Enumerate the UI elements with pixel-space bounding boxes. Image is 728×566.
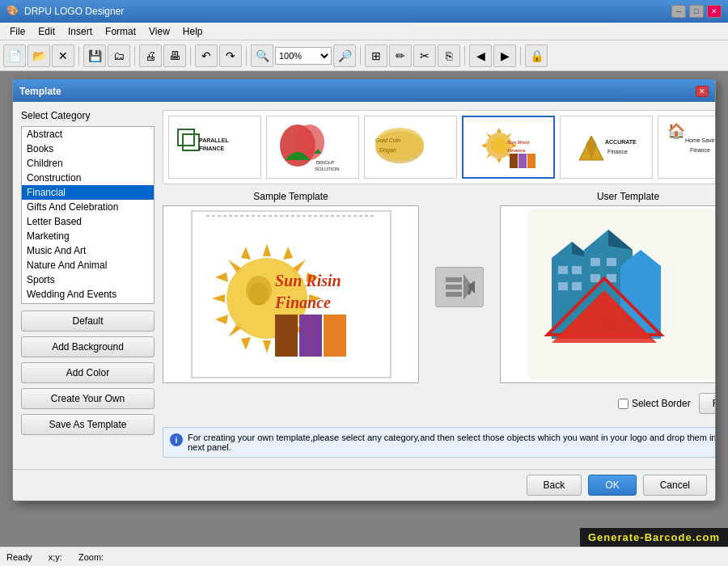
svg-text:Sun Risin: Sun Risin — [507, 140, 530, 145]
redo-button[interactable]: ↷ — [219, 44, 242, 67]
undo-button[interactable]: ↶ — [195, 44, 218, 67]
menu-help[interactable]: Help — [176, 24, 210, 39]
category-books[interactable]: Books — [22, 142, 154, 156]
category-user-defined[interactable]: User Defined — [22, 302, 154, 304]
zoom-combo[interactable]: 100% 75% 150% — [275, 47, 332, 65]
dialog-close-button[interactable]: ✕ — [696, 86, 709, 97]
template-areas-row: Sample Template — [163, 191, 716, 383]
add-background-button[interactable]: Add Background — [21, 336, 154, 357]
sample-canvas[interactable]: Sun Risin Finance — [163, 205, 419, 383]
svg-rect-68 — [446, 277, 462, 282]
svg-text:Gold Coin: Gold Coin — [375, 137, 400, 143]
add-color-button[interactable]: Add Color — [21, 362, 154, 383]
close-button[interactable]: ✕ — [707, 5, 722, 18]
template-thumb-1[interactable]: PARALLEL FINANCE — [168, 116, 261, 179]
user-label: User Template — [500, 191, 716, 202]
template-thumb-2[interactable]: BRIGHT SOLUTION — [266, 116, 359, 179]
sep6 — [464, 46, 465, 65]
print-preview-button[interactable]: 🖨 — [139, 44, 162, 67]
svg-rect-82 — [572, 282, 582, 290]
template-thumb-5[interactable]: ACCURATE Finance — [560, 116, 653, 179]
svg-rect-83 — [590, 258, 600, 266]
close-doc-button[interactable]: ✕ — [52, 44, 74, 67]
menu-format[interactable]: Format — [99, 24, 142, 39]
edit-button[interactable]: ✏ — [389, 44, 412, 67]
dialog-actions: Back OK Cancel — [13, 469, 715, 501]
template-thumb-6[interactable]: 🏠 Home Savings Finance — [658, 116, 716, 179]
toolbar: 📄 📂 ✕ 💾 🗂 🖨 🖶 ↶ ↷ 🔍 100% 75% 150% 🔎 ⊞ ✏ … — [0, 40, 728, 71]
dialog-overlay: Template ✕ Select Category Abstract Book… — [0, 71, 728, 547]
cancel-button[interactable]: Cancel — [643, 475, 707, 496]
category-music-art[interactable]: Music And Art — [22, 243, 154, 258]
category-nature[interactable]: Nature And Animal — [22, 258, 154, 272]
svg-point-61 — [246, 276, 272, 305]
select-border-label: Select Border — [632, 398, 691, 409]
category-construction[interactable]: Construction — [22, 171, 154, 185]
title-bar-text: DRPU LOGO Designer — [24, 6, 671, 17]
user-canvas[interactable] — [500, 205, 716, 383]
copy-button[interactable]: ⎘ — [438, 44, 460, 67]
svg-rect-69 — [446, 285, 462, 289]
svg-rect-81 — [558, 282, 568, 290]
category-panel: Select Category Abstract Books Children … — [21, 110, 154, 461]
zoom-in-button[interactable]: 🔍 — [251, 44, 273, 67]
svg-text:Finance: Finance — [274, 294, 331, 311]
menu-file[interactable]: File — [3, 24, 32, 39]
template-thumb-3[interactable]: Gold Coin Slogan — [364, 116, 457, 179]
svg-rect-31 — [563, 120, 650, 175]
menu-view[interactable]: View — [142, 24, 176, 39]
svg-point-12 — [375, 128, 424, 160]
svg-rect-65 — [299, 315, 322, 357]
save-button[interactable]: 💾 — [83, 44, 106, 67]
svg-text:Slogan: Slogan — [379, 147, 396, 154]
transfer-button[interactable] — [435, 267, 484, 307]
align-right-button[interactable]: ▶ — [493, 44, 516, 67]
title-bar-buttons: ─ □ ✕ — [671, 5, 722, 18]
sep7 — [520, 46, 521, 65]
back-button[interactable]: Back — [527, 475, 582, 496]
grid-button[interactable]: ⊞ — [365, 44, 387, 67]
lock-button[interactable]: 🔒 — [525, 44, 548, 67]
svg-rect-28 — [510, 154, 518, 168]
open-button[interactable]: 📂 — [28, 44, 50, 67]
default-button[interactable]: Default — [21, 310, 154, 332]
watermark-text: Generate-Barcode.com — [588, 531, 720, 543]
menu-edit[interactable]: Edit — [32, 24, 61, 39]
reset-button[interactable]: Reset — [699, 393, 716, 414]
svg-text:Finance: Finance — [690, 147, 710, 153]
zoom-out-button[interactable]: 🔎 — [333, 44, 356, 67]
category-financial[interactable]: Financial — [22, 185, 154, 200]
svg-point-17 — [491, 137, 507, 154]
new-button[interactable]: 📄 — [3, 44, 26, 67]
category-list[interactable]: Abstract Books Children Construction Fin… — [21, 126, 154, 304]
watermark: Generate-Barcode.com — [580, 528, 728, 547]
category-marketing[interactable]: Marketing — [22, 229, 154, 243]
save-template-button[interactable]: Save As Template — [21, 414, 154, 435]
template-thumb-4[interactable]: Sun Risin Finance — [462, 116, 555, 179]
menu-insert[interactable]: Insert — [61, 24, 99, 39]
svg-rect-66 — [324, 315, 346, 357]
save-all-button[interactable]: 🗂 — [108, 44, 130, 67]
ok-button[interactable]: OK — [588, 475, 636, 496]
category-gifts[interactable]: Gifts And Celebration — [22, 200, 154, 214]
dialog-body: Select Category Abstract Books Children … — [13, 102, 715, 469]
select-border-checkbox[interactable] — [618, 399, 629, 409]
category-wedding[interactable]: Wedding And Events — [22, 287, 154, 302]
svg-text:BRIGHT: BRIGHT — [316, 160, 335, 165]
svg-text:Finance: Finance — [507, 148, 526, 153]
create-your-own-button[interactable]: Create Your Own — [21, 388, 154, 409]
menu-bar: File Edit Insert Format View Help — [0, 23, 728, 40]
svg-text:ACCURATE: ACCURATE — [605, 139, 637, 145]
print-button[interactable]: 🖶 — [163, 44, 186, 67]
category-letter-based[interactable]: Letter Based — [22, 214, 154, 229]
cut-button[interactable]: ✂ — [413, 44, 436, 67]
svg-text:PARALLEL: PARALLEL — [199, 137, 230, 143]
category-children[interactable]: Children — [22, 156, 154, 171]
minimize-button[interactable]: ─ — [671, 5, 686, 18]
maximize-button[interactable]: □ — [689, 5, 704, 18]
svg-text:🏠: 🏠 — [667, 122, 686, 140]
category-abstract[interactable]: Abstract — [22, 127, 154, 142]
category-sports[interactable]: Sports — [22, 272, 154, 287]
dialog-title-text: Template — [19, 86, 696, 97]
align-left-button[interactable]: ◀ — [469, 44, 492, 67]
